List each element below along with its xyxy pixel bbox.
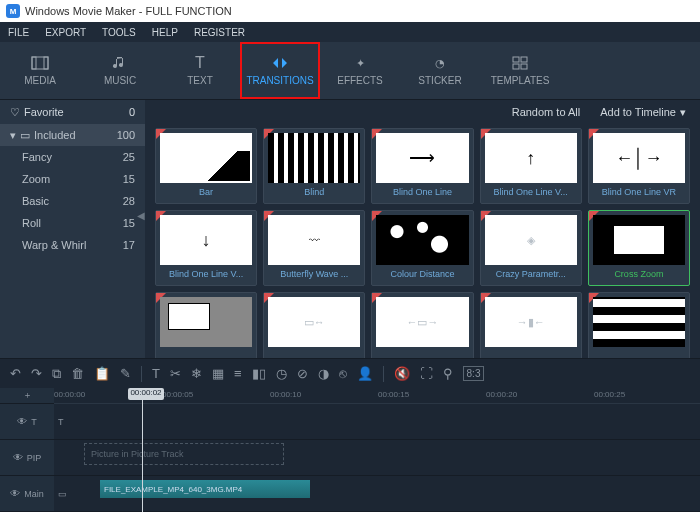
transition-card[interactable]: Cross Zoom xyxy=(588,210,690,286)
category-zoom[interactable]: Zoom15 xyxy=(0,168,145,190)
pip-track-header[interactable]: 👁PIP xyxy=(0,440,54,476)
menu-icon[interactable]: ≡ xyxy=(234,366,242,381)
app-title: Windows Movie Maker - FULL FUNCTION xyxy=(25,5,232,17)
denoise-icon[interactable]: ⊘ xyxy=(297,366,308,381)
transition-card[interactable]: ↑Blind One Line V... xyxy=(480,128,582,204)
menu-file[interactable]: FILE xyxy=(8,27,29,38)
text-track-icon: T xyxy=(58,417,64,427)
pip-track[interactable]: Picture in Picture Track xyxy=(54,440,700,476)
category-fancy[interactable]: Fancy25 xyxy=(0,146,145,168)
svg-rect-1 xyxy=(32,57,36,69)
person-icon[interactable]: 👤 xyxy=(357,366,373,381)
edit-icon[interactable]: ✎ xyxy=(120,366,131,381)
svg-rect-3 xyxy=(513,57,519,62)
chevron-down-icon: ▾ xyxy=(10,129,16,142)
transition-card[interactable]: ▭↔ xyxy=(263,292,365,358)
copy-icon[interactable]: ⧉ xyxy=(52,366,61,382)
svg-rect-6 xyxy=(521,64,527,69)
category-roll[interactable]: Roll15 xyxy=(0,212,145,234)
delete-icon[interactable]: 🗑 xyxy=(71,366,84,381)
speed-icon[interactable]: ▮▯ xyxy=(252,366,266,381)
eye-icon: 👁 xyxy=(10,488,20,499)
app-logo: M xyxy=(6,4,20,18)
pip-placeholder[interactable]: Picture in Picture Track xyxy=(84,443,284,465)
tab-effects[interactable]: ✦ EFFECTS xyxy=(320,42,400,99)
random-to-all-button[interactable]: Random to All xyxy=(512,106,580,118)
tab-templates[interactable]: TEMPLATES xyxy=(480,42,560,99)
ruler-tick: 00:00:20 xyxy=(486,390,517,399)
menu-tools[interactable]: TOOLS xyxy=(102,27,136,38)
category-included[interactable]: ▾▭Included 100 xyxy=(0,124,145,146)
cut-icon[interactable]: ✂ xyxy=(170,366,181,381)
menu-export[interactable]: EXPORT xyxy=(45,27,86,38)
crop-icon[interactable]: ⛶ xyxy=(420,366,433,381)
eye-icon: 👁 xyxy=(13,452,23,463)
ruler-tick: 00:00:05 xyxy=(162,390,193,399)
ruler-tick: 00:00:15 xyxy=(378,390,409,399)
ruler-tick: 00:00:10 xyxy=(270,390,301,399)
redo-icon[interactable]: ↷ xyxy=(31,366,42,381)
eye-icon: 👁 xyxy=(17,416,27,427)
menu-help[interactable]: HELP xyxy=(152,27,178,38)
transition-card[interactable] xyxy=(155,292,257,358)
category-warpwhirl[interactable]: Warp & Whirl17 xyxy=(0,234,145,256)
main-track[interactable]: ▭ FILE_EXAMPLE_MP4_640_3MG.MP4 xyxy=(54,476,700,512)
freeze-icon[interactable]: ❄ xyxy=(191,366,202,381)
mute-icon[interactable]: 🔇 xyxy=(394,366,410,381)
paste-icon[interactable]: 📋 xyxy=(94,366,110,381)
aspect-ratio-button[interactable]: 8:3 xyxy=(463,366,485,381)
main-track-header[interactable]: 👁Main xyxy=(0,476,54,512)
eyedropper-icon[interactable]: ⎋ xyxy=(339,366,347,381)
transition-card[interactable]: ◈Crazy Parametr... xyxy=(480,210,582,286)
transition-name xyxy=(481,351,581,358)
transition-name: Blind One Line VR xyxy=(589,187,689,203)
transition-name xyxy=(156,351,256,358)
undo-icon[interactable]: ↶ xyxy=(10,366,21,381)
text-track[interactable]: T xyxy=(54,404,700,440)
category-list: ▾▭Included 100 Fancy25 Zoom15 Basic28 Ro… xyxy=(0,124,145,358)
main-track-icon: ▭ xyxy=(58,489,67,499)
color-icon[interactable]: ◑ xyxy=(318,366,329,381)
collapse-sidebar-icon[interactable]: ◀ xyxy=(137,210,145,221)
timer-icon[interactable]: ◷ xyxy=(276,366,287,381)
favorite-row[interactable]: ♡Favorite 0 xyxy=(0,100,145,124)
svg-rect-4 xyxy=(521,57,527,62)
transition-card[interactable]: ↓Blind One Line V... xyxy=(155,210,257,286)
tune-icon[interactable]: ⚲ xyxy=(443,366,453,381)
timeline: ＋ 👁T 👁PIP 👁Main 00:00:0000:00:0500:00:10… xyxy=(0,388,700,512)
transition-card[interactable]: ←│→Blind One Line VR xyxy=(588,128,690,204)
main-toolbar: MEDIA MUSIC T TEXT TRANSITIONS ✦ EFFECTS… xyxy=(0,42,700,100)
text-tool-icon[interactable]: T xyxy=(152,366,160,381)
transition-card[interactable]: 〰Butterfly Wave ... xyxy=(263,210,365,286)
ruler-tick: 00:00:00 xyxy=(54,390,85,399)
transition-name: Cross Zoom xyxy=(589,269,689,285)
text-track-header[interactable]: 👁T xyxy=(0,404,54,440)
transition-card[interactable]: Colour Distance xyxy=(371,210,473,286)
transition-card[interactable] xyxy=(588,292,690,358)
transition-name: Bar xyxy=(156,187,256,203)
tab-sticker[interactable]: ◔ STICKER xyxy=(400,42,480,99)
tab-media[interactable]: MEDIA xyxy=(0,42,80,99)
playhead[interactable]: 00:00:02 xyxy=(142,388,143,512)
transition-card[interactable]: Bar xyxy=(155,128,257,204)
add-to-timeline-button[interactable]: Add to Timeline▾ xyxy=(600,106,686,119)
tab-transitions[interactable]: TRANSITIONS xyxy=(240,42,320,99)
transition-card[interactable]: ⟶Blind One Line xyxy=(371,128,473,204)
transition-card[interactable]: Blind xyxy=(263,128,365,204)
transition-name: Butterfly Wave ... xyxy=(264,269,364,285)
content-panel: ◀ Random to All Add to Timeline▾ BarBlin… xyxy=(145,100,700,358)
playhead-time: 00:00:02 xyxy=(128,388,164,400)
add-track-button[interactable]: ＋ xyxy=(0,388,54,404)
tab-music[interactable]: MUSIC xyxy=(80,42,160,99)
category-basic[interactable]: Basic28 xyxy=(0,190,145,212)
menu-register[interactable]: REGISTER xyxy=(194,27,245,38)
transition-name: Colour Distance xyxy=(372,269,472,285)
filmstrip-icon[interactable]: ▦ xyxy=(212,366,224,381)
sidebar: ♡Favorite 0 ▾▭Included 100 Fancy25 Zoom1… xyxy=(0,100,145,358)
tab-text[interactable]: T TEXT xyxy=(160,42,240,99)
transition-card[interactable]: ←▭→ xyxy=(371,292,473,358)
transition-name xyxy=(372,351,472,358)
transition-card[interactable]: →▮← xyxy=(480,292,582,358)
music-icon xyxy=(112,55,128,71)
video-clip[interactable]: FILE_EXAMPLE_MP4_640_3MG.MP4 xyxy=(100,480,310,498)
